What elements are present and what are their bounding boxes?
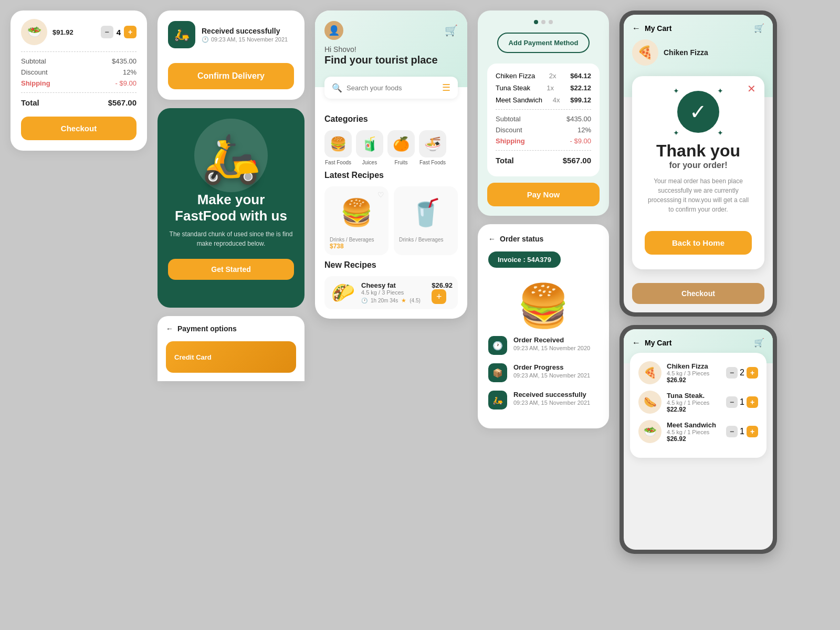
success-check-circle: ✦ ✦ ✦ ✦ ✓ (677, 91, 719, 133)
filter-icon[interactable]: ☰ (442, 82, 450, 93)
check-icon: ✓ (689, 100, 707, 124)
app-home-screen: 👤 🛒 Hi Shovo! Find your tourist place 🔍 … (315, 10, 467, 319)
recipes-grid: ♡ 🍔 Drinks / Beverages $738 🥤 Drinks / B… (324, 186, 458, 255)
received-title: Order Received (513, 336, 590, 344)
recipe-category-2: Drinks / Beverages (399, 237, 453, 243)
mini-minus-3[interactable]: − (726, 426, 738, 437)
dot-3 (549, 20, 553, 24)
mini-item-name-3: Meet Sandwich (667, 421, 716, 429)
mini-item-img-1: 🍕 (638, 361, 662, 384)
credit-card-visual: Credit Card (166, 341, 296, 373)
clock-icon: 🕐 (202, 36, 209, 43)
greeting-text: Hi Shovo! (324, 45, 458, 54)
cart-product-icon: 🍕 (632, 39, 658, 66)
mini-cart-item-2: 🌭 Tuna Steak. 4.5 kg / 1 Pieces $22.92 −… (638, 391, 758, 414)
timeline-received: 🕐 Order Received 09:23 AM, 15 November 2… (488, 336, 598, 355)
mini-minus-2[interactable]: − (726, 396, 738, 408)
mini-item-price-2: $22.92 (667, 406, 709, 413)
heart-icon[interactable]: ♡ (377, 191, 384, 199)
order-status-label: Order status (500, 235, 543, 243)
mini-item-price-3: $26.92 (667, 435, 716, 443)
app-body: Categories 🍔 Fast Foods 🧃 Juices 🍊 Fruit… (315, 114, 467, 319)
mini-plus-3[interactable]: + (747, 426, 758, 437)
thankyou-modal: ✕ ✦ ✦ ✦ ✦ ✓ Thank you for your order! Yo… (632, 76, 764, 269)
pay-shipping-value: - $9.00 (570, 137, 591, 145)
mini-cart-icon: 🛒 (754, 338, 764, 348)
category-fastfoods-2[interactable]: 🍜 Fast Foods (419, 130, 446, 165)
cart-icon[interactable]: 🛒 (445, 24, 458, 37)
invoice-badge: Invoice : 54A379 (488, 251, 561, 268)
mini-item-weight-1: 4.5 kg / 3 Pieces (667, 370, 709, 376)
promo-title: Make your FastFood with us (168, 192, 294, 224)
cart-divider (21, 51, 136, 52)
tuna-name: Tuna Steak (496, 84, 530, 92)
progress-title: Order Progress (513, 363, 590, 371)
confirm-delivery-button[interactable]: Confirm Delivery (168, 63, 294, 89)
mini-item-info-2: Tuna Steak. 4.5 kg / 1 Pieces $22.92 (667, 392, 709, 413)
category-fruits[interactable]: 🍊 Fruits (387, 130, 415, 165)
back-nav: ← My Cart (632, 24, 671, 33)
search-bar[interactable]: 🔍 ☰ (324, 77, 458, 99)
back-to-home-button[interactable]: Back to Home (645, 231, 752, 255)
search-input[interactable] (346, 84, 438, 92)
col-5: ← My Cart 🛒 🍕 Chiken Fizza ✕ ✦ (614, 10, 782, 554)
delivery-card: 🛵 Received successfully 🕐 09:23 AM, 15 N… (158, 10, 304, 100)
thankyou-title: Thank you (645, 141, 752, 161)
delivery-time: 🕐 09:23 AM, 15 November 2021 (202, 36, 288, 43)
checkout-dimmed-button: Checkout (632, 283, 764, 304)
mini-qty-ctrl-3: − 1 + (726, 426, 758, 437)
order-item-tuna: Tuna Steak 1x $22.12 (496, 84, 591, 92)
pay-discount-label: Discount (496, 126, 522, 134)
mini-cart-phone-inner: ← My Cart 🛒 🍕 Chiken Fizza 4.5 kg / 3 Pi… (624, 329, 773, 550)
mini-back-arrow-icon: ← (632, 338, 640, 348)
new-recipe-right: $26.92 + (432, 281, 453, 304)
mini-plus-1[interactable]: + (747, 367, 758, 379)
col-4: Add Payment Method Chiken Fizza 2x $64.1… (472, 10, 614, 428)
total-label: Total (21, 98, 39, 107)
category-fastfoods-1[interactable]: 🍔 Fast Foods (324, 130, 352, 165)
pay-total-divider (496, 150, 591, 151)
cart-product-name: Chiken Fizza (664, 48, 708, 57)
order-item-sandwich: Meet Sandwich 4x $99.12 (496, 96, 591, 104)
mini-cart-header-top: ← My Cart 🛒 (632, 338, 764, 348)
sparkle-br: ✦ (717, 129, 723, 137)
mini-minus-1[interactable]: − (726, 367, 738, 379)
delivery-info: Received successfully 🕐 09:23 AM, 15 Nov… (202, 27, 288, 43)
modal-close-button[interactable]: ✕ (747, 82, 756, 95)
sparkle-bl: ✦ (673, 129, 679, 137)
qty-plus-button[interactable]: + (124, 26, 136, 38)
main-container: 🥗 $91.92 − 4 + Subtotal $435.00 Discount… (0, 0, 840, 630)
subtotal-label: Subtotal (21, 57, 46, 65)
add-recipe-button[interactable]: + (432, 289, 446, 304)
new-recipe-info: Cheesy fat 4.5 kg / 3 Pieces 🕐 1h 20m 34… (361, 281, 426, 304)
delivered-time: 09:23 AM, 15 November 2021 (513, 400, 590, 406)
qty-minus-button[interactable]: − (101, 26, 113, 38)
app-header: 👤 🛒 Hi Shovo! Find your tourist place (315, 10, 467, 87)
mini-cart-item-1: 🍕 Chiken Fizza 4.5 kg / 3 Pieces $26.92 … (638, 361, 758, 384)
dot-1 (534, 20, 538, 24)
tagline-text: Find your tourist place (324, 54, 458, 66)
new-recipes-title: New Recipes (324, 260, 458, 270)
thankyou-phone-frame: ← My Cart 🛒 🍕 Chiken Fizza ✕ ✦ (620, 10, 777, 317)
mini-item-name-2: Tuna Steak. (667, 392, 709, 400)
get-started-button[interactable]: Get Started (168, 259, 294, 280)
scooter-illustration: 🛵 (168, 131, 294, 186)
recipe-card-2[interactable]: 🥤 Drinks / Beverages (394, 186, 458, 255)
fruits-icon: 🍊 (387, 130, 415, 158)
order-item-chiken: Chiken Fizza 2x $64.12 (496, 72, 591, 80)
checkout-button[interactable]: Checkout (21, 117, 136, 140)
received-icon: 🕐 (488, 336, 507, 355)
total-value: $567.00 (108, 98, 136, 107)
recipe-card-1[interactable]: ♡ 🍔 Drinks / Beverages $738 (324, 186, 388, 255)
fastfoods-label: Fast Foods (325, 160, 351, 165)
sandwich-name: Meet Sandwich (496, 96, 542, 104)
add-payment-button[interactable]: Add Payment Method (497, 33, 590, 53)
pay-now-button[interactable]: Pay Now (487, 183, 600, 206)
search-icon: 🔍 (332, 83, 342, 93)
mini-item-info-1: Chiken Fizza 4.5 kg / 3 Pieces $26.92 (667, 362, 709, 384)
cart-product-preview: 🍕 Chiken Fizza (632, 39, 764, 66)
chiken-name: Chiken Fizza (496, 72, 535, 80)
category-juices[interactable]: 🧃 Juices (356, 130, 383, 165)
mini-plus-2[interactable]: + (747, 396, 758, 408)
order-divider (496, 109, 591, 110)
